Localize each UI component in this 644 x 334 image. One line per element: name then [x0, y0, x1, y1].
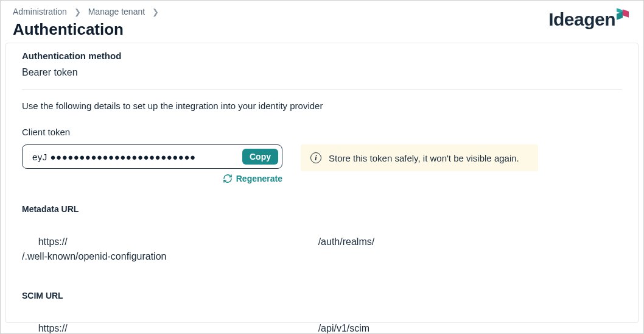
- content-card: Authentication method Bearer token Use t…: [5, 43, 639, 323]
- page-title: Authentication: [13, 20, 631, 39]
- refresh-icon: [223, 174, 233, 183]
- breadcrumb-item-administration[interactable]: Administration: [13, 7, 67, 16]
- token-safety-notice: i Store this token safely, it won't be v…: [301, 144, 538, 171]
- client-token-row: eyJ ●●●●●●●●●●●●●●●●●●●●●●●●● Copy Regen…: [22, 144, 622, 183]
- metadata-url-block: Metadata URL https:///auth/realms//.well…: [22, 204, 622, 279]
- metadata-url-label: Metadata URL: [22, 204, 622, 214]
- client-token-value[interactable]: eyJ ●●●●●●●●●●●●●●●●●●●●●●●●●: [32, 152, 242, 162]
- copy-button[interactable]: Copy: [242, 149, 278, 165]
- chevron-right-icon: ❯: [152, 7, 159, 16]
- regenerate-label: Regenerate: [236, 174, 282, 183]
- metadata-url-value[interactable]: https:///auth/realms//.well-known/openid…: [22, 220, 622, 279]
- breadcrumb-item-manage-tenant[interactable]: Manage tenant: [88, 7, 145, 16]
- chevron-right-icon: ❯: [74, 7, 81, 16]
- brand-mark-icon: [617, 8, 629, 20]
- auth-method-label: Authentication method: [22, 51, 622, 61]
- scim-url-value[interactable]: https:///api/v1/scim: [22, 307, 622, 334]
- auth-method-value: Bearer token: [22, 67, 622, 78]
- brand-name: Ideagen: [548, 9, 615, 30]
- client-token-field: eyJ ●●●●●●●●●●●●●●●●●●●●●●●●● Copy: [22, 144, 282, 169]
- client-token-label: Client token: [22, 127, 622, 137]
- info-icon: i: [310, 152, 321, 163]
- integration-helper-text: Use the following details to set up the …: [22, 101, 622, 111]
- brand-logo: Ideagen: [548, 9, 629, 30]
- divider: [22, 89, 622, 90]
- notice-text: Store this token safely, it won't be vis…: [329, 153, 519, 163]
- page-header: Administration ❯ Manage tenant ❯ Authent…: [1, 1, 643, 39]
- regenerate-button[interactable]: Regenerate: [22, 174, 282, 183]
- breadcrumb: Administration ❯ Manage tenant ❯: [13, 7, 631, 16]
- scim-url-label: SCIM URL: [22, 291, 622, 300]
- scim-url-block: SCIM URL https:///api/v1/scim: [22, 291, 622, 334]
